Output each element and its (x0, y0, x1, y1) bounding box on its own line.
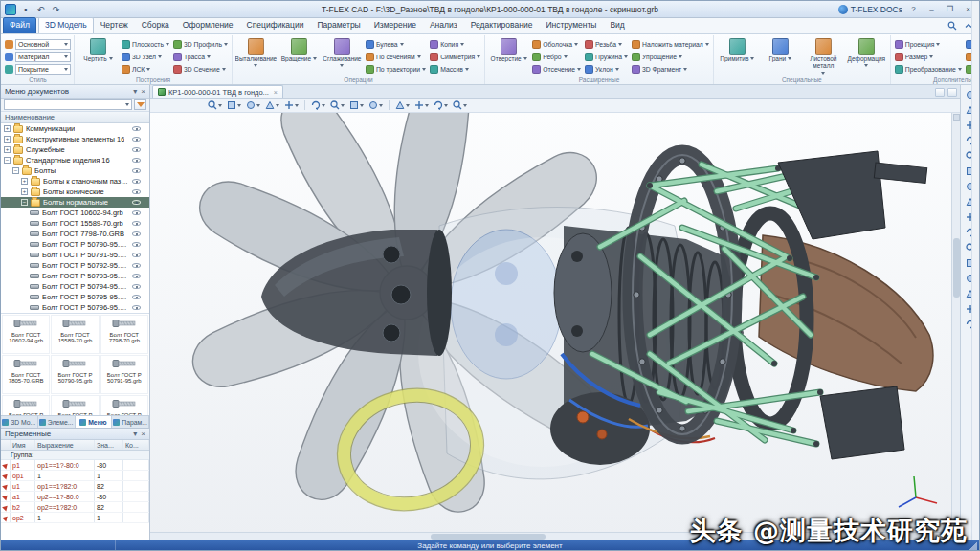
minimize-button[interactable]: – (924, 3, 939, 15)
visibility-eye-icon[interactable] (132, 137, 141, 142)
ribbon-item[interactable]: Отсечение (531, 63, 582, 75)
menu-tab-2[interactable]: Чертеж (94, 17, 135, 33)
tree-item[interactable]: Болт ГОСТ Р 50795-95.grb (1, 292, 149, 302)
bolt-thumbnail[interactable]: Болт ГОСТ 7805-70.GRB (2, 355, 50, 394)
menu-tab-5[interactable]: Спецификации (240, 17, 311, 33)
tree-item[interactable]: +Коммуникации (1, 123, 149, 134)
visibility-eye-icon[interactable] (132, 295, 141, 299)
documents-filter-dropdown[interactable] (4, 99, 132, 110)
variable-row[interactable]: u1op1==1?82:082 (1, 481, 149, 492)
snap-modes-icon[interactable] (309, 99, 327, 112)
panel-tab-1[interactable]: Элеме... (38, 416, 76, 428)
tree-item[interactable]: Болт ГОСТ Р 50794-95.grb (1, 281, 149, 292)
ribbon-item[interactable]: Размер (894, 51, 963, 62)
visibility-eye-icon[interactable] (132, 284, 141, 289)
scroll-up-icon[interactable] (953, 114, 960, 121)
redo-icon[interactable]: ↷ (50, 3, 62, 16)
display-mode-icon[interactable] (367, 99, 385, 112)
ribbon-big-button[interactable]: Сглаживание (322, 36, 363, 67)
tree-item[interactable]: Болт ГОСТ 7798-70.GRB (1, 229, 149, 239)
ribbon-item[interactable]: Копия (429, 38, 481, 50)
ribbon-item[interactable]: Упрощение (631, 51, 710, 62)
panel-tab-3[interactable]: Парам... (112, 416, 149, 428)
bolt-thumbnail[interactable]: Болт ГОСТ 10602-94.grb (2, 315, 50, 354)
tree-item[interactable]: Болт ГОСТ Р 50791-95.grb (1, 250, 149, 260)
ribbon-big-button[interactable]: Чертить (78, 36, 119, 62)
tree-expander-icon[interactable]: + (21, 188, 28, 195)
menu-tab-0[interactable]: Файл (3, 17, 36, 33)
tab-list-icon[interactable] (935, 88, 945, 97)
style-field-0[interactable]: Основной (5, 39, 71, 50)
bolt-thumbnail[interactable]: Болт ГОСТ 7798-70.grb (100, 315, 148, 354)
bolt-thumbnail[interactable]: Болт ГОСТ 15589-70.grb (51, 315, 99, 354)
tree-item[interactable]: +Болты к станочным пазам (1, 176, 149, 187)
menu-tab-8[interactable]: Анализ (423, 17, 464, 33)
ribbon-item[interactable]: 3D Узел (121, 51, 170, 62)
ribbon-item[interactable]: Массив (429, 63, 481, 75)
bolt-thumbnail[interactable]: Болт ГОСТ Р 50791-95.grb (100, 355, 148, 394)
ribbon-item[interactable]: 3D Сечение (172, 63, 229, 75)
visibility-eye-icon[interactable] (132, 231, 141, 236)
tree-item[interactable]: −Стандартные изделия 16 (1, 155, 149, 165)
pin-icon[interactable]: ▾ (133, 88, 137, 96)
tree-item[interactable]: Болт ГОСТ 15589-70.grb (1, 218, 149, 229)
ribbon-item[interactable]: 3D Профиль (172, 38, 229, 50)
visibility-eye-icon[interactable] (132, 147, 141, 152)
variables-column-header[interactable]: Имя (11, 440, 35, 450)
scrollbar-thumb[interactable] (953, 238, 960, 298)
close-tab-icon[interactable]: × (274, 89, 278, 96)
menu-tab-6[interactable]: Параметры (310, 17, 367, 33)
resize-grip[interactable] (969, 542, 977, 550)
bolt-thumbnail[interactable]: Болт ГОСТ Р 50790-95.grb (51, 355, 99, 394)
variables-group-row[interactable]: Группа: (1, 451, 149, 460)
ribbon-big-button[interactable]: Примитив (717, 36, 758, 62)
filter-faces-icon[interactable] (244, 99, 262, 112)
panel-tab-2[interactable]: Меню (76, 416, 113, 428)
bolt-thumbnail[interactable]: Болт ГОСТ Р 50793-95.grb (51, 395, 99, 415)
visibility-eye-icon[interactable] (132, 210, 141, 215)
ribbon-big-button[interactable]: Деформация (846, 36, 887, 67)
tree-item[interactable]: Болт ГОСТ Р 50790-95.grb (1, 239, 149, 250)
ribbon-big-button[interactable]: Грани (760, 36, 801, 62)
visibility-eye-icon[interactable] (132, 200, 141, 205)
tflex-docs-button[interactable]: T-FLEX DOCs (838, 5, 902, 14)
ribbon-item[interactable]: Преобразование (894, 63, 963, 75)
ribbon-item[interactable]: Оболочка (531, 38, 582, 50)
close-button[interactable]: × (961, 3, 975, 15)
bolt-thumbnail[interactable]: Болт ГОСТ Р 50794-95.grb (100, 395, 148, 415)
ribbon-item[interactable]: Симметрия (429, 51, 481, 62)
visibility-eye-icon[interactable] (132, 253, 141, 257)
scene-options-icon[interactable] (432, 99, 450, 112)
tree-column-header[interactable]: Наименование (1, 112, 149, 123)
ribbon-item[interactable]: По сечениям (365, 51, 427, 62)
ribbon-item[interactable]: ЛСК (121, 63, 170, 75)
tree-item[interactable]: +Болты конические (1, 187, 149, 197)
ribbon-big-button[interactable]: Листовой металл (803, 36, 844, 75)
ribbon-item[interactable]: По траектории (365, 63, 427, 75)
lcs-display-icon[interactable] (347, 99, 366, 112)
selection-filter-icon[interactable] (206, 99, 224, 112)
variable-row[interactable]: op111 (1, 471, 149, 481)
3d-scene-area[interactable] (150, 113, 960, 540)
menu-tab-1[interactable]: 3D Модель (38, 17, 94, 33)
tree-expander-icon[interactable]: − (12, 167, 19, 174)
ribbon-item[interactable]: Уклон (584, 63, 629, 75)
filter-funnel-icon[interactable] (134, 99, 146, 110)
menu-tab-9[interactable]: Редактирование (464, 17, 540, 33)
ribbon-big-button[interactable]: Вращение (278, 36, 320, 62)
tree-item[interactable]: Болт ГОСТ Р 50796-95.grb (1, 302, 149, 313)
visibility-eye-icon[interactable] (132, 263, 141, 268)
ribbon-item[interactable]: Трасса (172, 51, 229, 62)
panel-tab-0[interactable]: 3D Мо... (1, 416, 38, 428)
filter-vertices-icon[interactable] (282, 99, 301, 112)
variables-pin-icon[interactable]: ▾ (133, 430, 137, 438)
ribbon-big-button[interactable]: Отверстие (488, 36, 529, 62)
undo-icon[interactable]: ↶ (34, 3, 47, 16)
ribbon-item[interactable]: Проекция (894, 38, 963, 50)
style-field-2[interactable]: Покрытие (5, 64, 71, 75)
tree-expander-icon[interactable]: + (21, 178, 28, 185)
filter-solids-icon[interactable] (225, 99, 243, 112)
variable-row[interactable]: op211 (1, 513, 149, 523)
tree-item[interactable]: Болт ГОСТ Р 50792-95.grb (1, 260, 149, 271)
bolt-thumbnail[interactable]: Болт ГОСТ Р 50792-95.grb (2, 395, 50, 415)
